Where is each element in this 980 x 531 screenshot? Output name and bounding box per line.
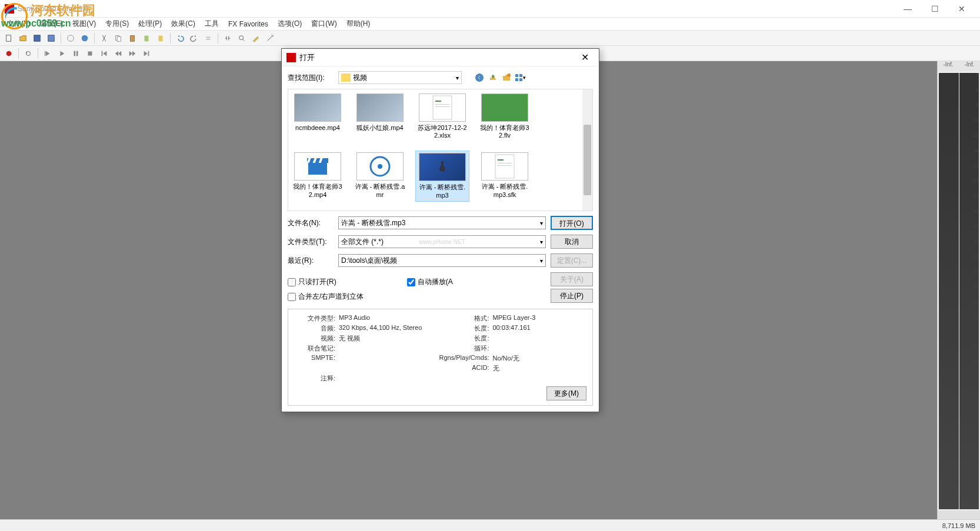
maximize-button[interactable]: ☐ — [921, 0, 948, 18]
level-meters: -Inf. -Inf. 3691215182124273033363942454… — [937, 61, 980, 519]
menu-edit[interactable]: 编辑(E) — [35, 18, 68, 30]
menu-view[interactable]: 视图(V) — [68, 18, 101, 30]
svg-rect-38 — [498, 159, 504, 161]
stop-button[interactable] — [84, 47, 96, 60]
pause-button[interactable] — [69, 47, 82, 60]
svg-rect-0 — [6, 35, 11, 41]
merge-checkbox[interactable]: 合并左/右声道到立体 — [288, 292, 364, 302]
meter-tick: 30 — [973, 208, 979, 214]
save-button[interactable] — [31, 32, 44, 45]
cancel-button[interactable]: 取消 — [551, 235, 593, 249]
readonly-checkbox[interactable]: 只读打开(R) — [288, 277, 336, 287]
trim-button[interactable] — [154, 32, 167, 45]
file-item[interactable]: 许嵩 - 断桥残雪.mp3.sfk — [478, 151, 532, 201]
meter-right-label: -Inf. — [959, 61, 980, 72]
menu-special[interactable]: 专用(S) — [101, 18, 134, 30]
record-button[interactable] — [2, 47, 15, 60]
svg-rect-23 — [519, 78, 522, 81]
more-button[interactable]: 更多(M) — [546, 386, 586, 400]
up-icon[interactable] — [487, 72, 499, 84]
open-confirm-button[interactable]: 打开(O) — [551, 216, 593, 230]
file-list[interactable]: ncmbdeee.mp4狐妖小红娘.mp4苏远坤2017-12-22.xlsx我… — [288, 89, 593, 211]
folder-icon — [341, 74, 351, 82]
file-item[interactable]: 许嵩 - 断桥残雪.amr — [353, 151, 407, 201]
folder-dropdown[interactable]: 视频 ▾ — [338, 71, 462, 84]
meter-tick: 21 — [973, 162, 979, 168]
file-item[interactable]: ncmbdeee.mp4 — [291, 92, 345, 141]
menu-options[interactable]: 选项(O) — [273, 18, 306, 30]
meter-scale: 3691215182124273033363942454851545760636… — [967, 72, 979, 510]
file-thumbnail — [419, 93, 466, 122]
file-item[interactable]: 苏远坤2017-12-22.xlsx — [415, 92, 469, 141]
meter-left[interactable] — [939, 73, 959, 509]
web-button[interactable] — [78, 32, 91, 45]
open-button[interactable] — [16, 32, 29, 45]
filetype-dropdown[interactable]: 全部文件 (*.*) www.pHome.NET ▾ — [338, 235, 546, 248]
file-item[interactable]: 许嵩 - 断桥残雪.mp3 — [415, 151, 469, 201]
goto-start-button[interactable] — [98, 47, 111, 60]
autoplay-checkbox[interactable]: 自动播放(A — [407, 277, 453, 287]
meter-tick: 75 — [973, 435, 979, 440]
goto-end-button[interactable] — [140, 47, 153, 60]
menu-file[interactable]: 文件(F) — [2, 18, 35, 30]
trim-tool[interactable] — [221, 32, 234, 45]
mix-button[interactable] — [140, 32, 153, 45]
statusbar: 8,711.9 MB — [0, 519, 980, 531]
menu-fxfav[interactable]: FX Favorites — [224, 19, 273, 29]
wand-button[interactable] — [264, 32, 276, 45]
svg-rect-12 — [45, 51, 45, 56]
menu-tools[interactable]: 工具 — [200, 18, 224, 30]
svg-rect-15 — [88, 51, 92, 55]
filename-input[interactable]: 许嵩 - 断桥残雪.mp3▾ — [338, 216, 546, 229]
copy-button[interactable] — [112, 32, 125, 45]
play-all-button[interactable] — [41, 47, 54, 60]
file-item[interactable]: 我的！体育老师32.flv — [478, 92, 532, 141]
paste-button[interactable] — [126, 32, 139, 45]
svg-point-10 — [239, 35, 244, 39]
filename-label: 文件名(N): — [288, 218, 334, 228]
cut-button[interactable] — [98, 32, 111, 45]
menu-effects[interactable]: 效果(C) — [166, 18, 200, 30]
open-dialog: 打开 ✕ 查找范围(I): 视频 ▾ ▾ ncmbdeee.mp4狐妖小红娘.m… — [281, 48, 599, 412]
burn-button[interactable] — [64, 32, 77, 45]
zoom-button[interactable] — [235, 32, 248, 45]
edit-tool[interactable] — [249, 32, 262, 45]
meter-scrollbar[interactable] — [938, 510, 980, 519]
meter-tick: 81 — [973, 465, 979, 471]
stop-playback-button[interactable]: 停止(P) — [551, 289, 593, 303]
views-icon[interactable]: ▾ — [514, 72, 526, 84]
file-thumbnail — [356, 152, 404, 181]
redo-button[interactable] — [188, 32, 201, 45]
meter-left-label: -Inf. — [938, 61, 959, 72]
forward-button[interactable] — [126, 47, 139, 60]
menu-help[interactable]: 帮助(H) — [342, 18, 375, 30]
repeat-button[interactable] — [202, 32, 215, 45]
dialog-close-button[interactable]: ✕ — [575, 49, 594, 66]
toolbar-main — [0, 31, 980, 46]
back-icon[interactable] — [474, 72, 485, 84]
chevron-down-icon: ▾ — [456, 75, 459, 81]
file-item[interactable]: 我的！体育老师32.mp4 — [291, 151, 345, 201]
meter-tick: 6 — [976, 87, 979, 93]
svg-rect-17 — [148, 51, 149, 56]
loop-button[interactable] — [22, 47, 35, 60]
meter-tick: 9 — [976, 102, 979, 108]
filetype-label: 文件类型(T): — [288, 237, 334, 247]
app-icon — [5, 4, 14, 14]
minimize-button[interactable]: — — [894, 0, 921, 18]
rewind-button[interactable] — [112, 47, 125, 60]
play-button[interactable] — [55, 47, 68, 60]
file-name-label: 许嵩 - 断桥残雪.mp3.sfk — [479, 183, 530, 198]
close-button[interactable]: ✕ — [948, 0, 975, 18]
recent-dropdown[interactable]: D:\tools\桌面\视频▾ — [338, 254, 546, 267]
menu-process[interactable]: 处理(P) — [134, 18, 166, 30]
file-item[interactable]: 狐妖小红娘.mp4 — [353, 92, 407, 141]
saveas-button[interactable] — [45, 32, 58, 45]
undo-button[interactable] — [174, 32, 186, 45]
status-memory: 8,711.9 MB — [942, 522, 975, 529]
svg-rect-8 — [145, 35, 149, 41]
new-folder-icon[interactable] — [501, 72, 512, 84]
new-button[interactable] — [2, 32, 15, 45]
file-list-scrollbar[interactable] — [582, 89, 592, 211]
menu-window[interactable]: 窗口(W) — [306, 18, 341, 30]
